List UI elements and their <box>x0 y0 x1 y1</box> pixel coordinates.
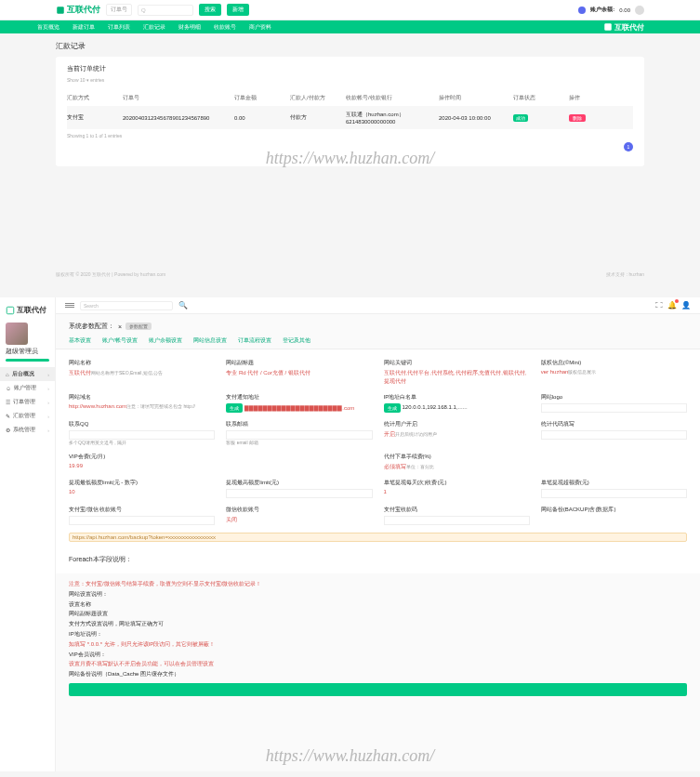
f-hint: 单位：百分比 <box>406 464 434 469</box>
f-lbl: 支付宝/微信 收款账号 <box>69 506 215 514</box>
sidebar-item-remit[interactable]: ✎汇款管理› <box>0 409 55 423</box>
page-title: 汇款记录 <box>56 41 644 51</box>
f-lbl: 网站名称 <box>69 359 215 367</box>
user-icon[interactable]: 👤 <box>681 301 691 309</box>
gen-button[interactable]: 生成 <box>384 403 401 413</box>
nav-finance[interactable]: 财务明细 <box>178 23 201 32</box>
card-sub[interactable]: Show 10 ▾ entries <box>67 77 633 83</box>
text-input[interactable] <box>541 430 687 440</box>
nav-new[interactable]: 新建订单 <box>73 23 95 32</box>
backup-url-input[interactable]: https://api.huzhan.com/backup?token=xxxx… <box>69 533 687 542</box>
delete-button[interactable]: 删除 <box>569 114 586 122</box>
svg-rect-0 <box>57 7 64 14</box>
f-hint: 网站名称用于SEO,Email,短信,公告 <box>91 370 163 375</box>
f-val[interactable]: http://www.huzhan.com <box>69 403 126 409</box>
tab-balance[interactable]: 账户余额设置 <box>149 336 182 345</box>
pager[interactable]: 1 <box>67 142 633 151</box>
user-bar <box>6 359 49 362</box>
text-input[interactable] <box>384 516 530 525</box>
svg-rect-1 <box>604 23 612 31</box>
nav-orders[interactable]: 订单列表 <box>108 23 130 32</box>
note-line: 网站设置说明： <box>69 589 687 599</box>
notes-title: Foreach本字段说明： <box>69 555 687 564</box>
text-input[interactable] <box>69 430 215 440</box>
note-line: 如填写 *.0.0.* 允许，则只允许该IP段访问，其它则被屏蔽！ <box>69 639 687 650</box>
f-val[interactable]: ver huzhan <box>541 369 569 375</box>
note-line: 设置月费不填写默认不开启会员功能，可以在会员管理设置 <box>69 659 687 669</box>
bc-chip[interactable]: 参数配置 <box>125 323 152 330</box>
nav-remit[interactable]: 汇款记录 <box>143 23 165 32</box>
records-card: 当前订单统计 Show 10 ▾ entries 汇款方式订单号订单金额汇款人/… <box>56 57 644 166</box>
expand-icon[interactable]: ⛶ <box>655 301 663 309</box>
save-button[interactable] <box>69 683 687 696</box>
note-line: 支付方式设置说明，网址填写正确方可 <box>69 619 687 629</box>
tab-order[interactable]: 订单流程设置 <box>238 336 271 345</box>
table-header: 汇款方式订单号订单金额汇款人/付款方收款帐号/收款银行操作时间订单状态操作 <box>67 90 633 106</box>
f-lbl: VIP会费(元/月) <box>69 453 215 461</box>
card-title: 当前订单统计 <box>67 64 633 73</box>
logo-text: 互联代付 <box>67 4 100 16</box>
search-button[interactable]: 搜索 <box>199 4 221 16</box>
text-input[interactable] <box>541 489 687 498</box>
table-footer: Showing 1 to 1 of 1 entries <box>67 133 633 138</box>
user-icon: ☺ <box>6 386 11 391</box>
f-val[interactable]: 互联代付 <box>69 370 91 375</box>
tab-account[interactable]: 账户/帐号设置 <box>102 336 138 345</box>
f-val[interactable]: 1 <box>384 489 387 494</box>
search-input[interactable]: Q <box>138 5 193 16</box>
f-lbl: IP地址白名单 <box>384 393 530 402</box>
footer: 版权所有 © 2020 互联代付 | Powered by huzhan.com… <box>56 271 644 277</box>
f-lbl: 联系邮箱 <box>226 420 372 428</box>
search-icon[interactable]: 🔍 <box>178 301 188 309</box>
f-hint: 注意：请填写完整域名包含 http:// <box>126 403 195 409</box>
f-val[interactable]: 专业 Rd 代付 / Cor充值 / 银联代付 <box>226 370 310 375</box>
sidebar-item-overview[interactable]: ⌂后台概况› <box>0 367 55 381</box>
sidebar-item-orders[interactable]: ☰订单管理› <box>0 395 55 409</box>
f-lbl: 单笔提现超额费(元) <box>541 479 687 487</box>
bell-icon[interactable]: 🔔 <box>667 301 677 309</box>
f-val[interactable]: 必须填写 <box>384 464 406 469</box>
f-lbl: 微信收款账号 <box>226 506 372 514</box>
breadcrumb: 系统参数配置： × 参数配置 <box>69 322 687 331</box>
f-val[interactable]: 10 <box>69 489 75 494</box>
nav-account[interactable]: 收款账号 <box>214 23 236 32</box>
nav-profile[interactable]: 商户资料 <box>249 23 271 32</box>
edit-icon: ✎ <box>6 413 10 419</box>
note-line: VIP会员说明： <box>69 650 687 660</box>
f-val[interactable]: 120.0.0.1,192.168.1.1,...... <box>403 404 530 412</box>
form-grid: 网站名称互联代付网站名称用于SEO,Email,短信,公告 网站副标题专业 Rd… <box>56 349 700 573</box>
hamburger-icon[interactable] <box>65 303 74 308</box>
file-input[interactable] <box>541 403 687 413</box>
text-input[interactable] <box>226 430 372 440</box>
notes: 注意：支付宝/微信账号结算手续费，取值为空则不显示支付宝/微信收款记录！ 网站设… <box>56 573 700 702</box>
text-input[interactable] <box>226 489 372 498</box>
avatar-large[interactable] <box>6 323 28 345</box>
f-val[interactable]: 互联代付,代付平台,代付系统,代付程序,充值代付,银联代付,提现代付 <box>384 370 527 384</box>
chip: 订单号 <box>106 4 132 16</box>
user-name: 超级管理员 <box>0 347 55 356</box>
f-lbl: 网站logo <box>541 393 687 402</box>
sidebar-item-system[interactable]: ⚙系统管理› <box>0 423 55 437</box>
svg-rect-2 <box>7 307 14 314</box>
f-val[interactable]: 开启 <box>384 431 395 437</box>
tab-other[interactable]: 登记及其他 <box>283 336 310 345</box>
gen-button[interactable]: 生成 <box>226 403 243 413</box>
f-val[interactable]: 关闭 <box>226 517 237 522</box>
f-val[interactable]: ▇▇▇▇▇▇▇▇▇▇▇▇▇▇▇▇▇▇▇▇▇.com <box>244 404 372 412</box>
text-input[interactable] <box>69 516 215 525</box>
note-line: 设置名称 <box>69 599 687 610</box>
add-button[interactable]: 新增 <box>227 4 249 16</box>
nav-home[interactable]: 首页概览 <box>37 23 59 32</box>
f-lbl: 网站备份(BACKUP)含(数据库) <box>541 506 687 514</box>
tab-basic[interactable]: 基本设置 <box>69 336 91 345</box>
status-badge: 成功 <box>513 114 528 122</box>
avatar[interactable] <box>635 6 644 15</box>
balance-value: 0.00 <box>619 7 630 13</box>
f-lbl: 代付下单手续费(%) <box>384 453 530 461</box>
search-input[interactable]: Search <box>80 301 173 310</box>
tab-site[interactable]: 网站信息设置 <box>193 336 227 345</box>
f-val[interactable]: 19.99 <box>69 463 83 468</box>
nav-bar: 首页概览 新建订单 订单列表 汇款记录 财务明细 收款账号 商户资料 互联代付 <box>0 20 700 33</box>
close-icon[interactable]: × <box>118 323 122 330</box>
sidebar-item-account[interactable]: ☺账户管理› <box>0 381 55 395</box>
